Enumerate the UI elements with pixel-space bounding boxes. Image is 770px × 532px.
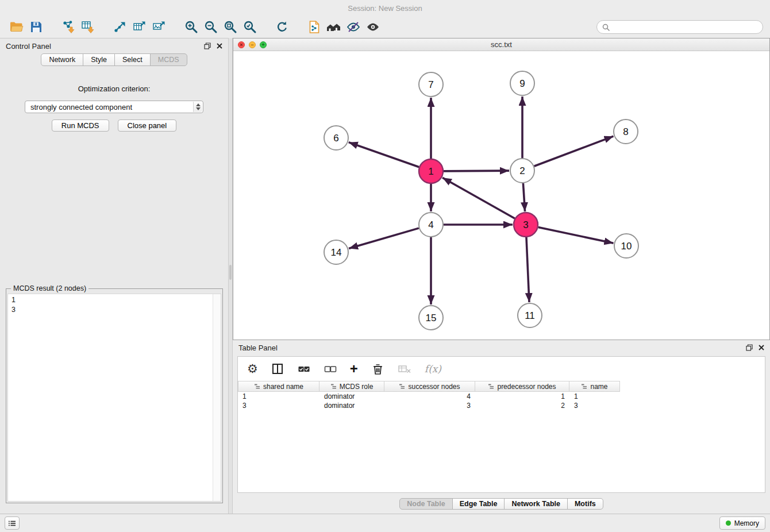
maximize-window-button[interactable]: +	[260, 41, 267, 48]
export-table-button[interactable]	[130, 18, 149, 36]
delete-table-icon	[397, 362, 412, 376]
zoom-fit-button[interactable]	[221, 18, 240, 36]
table-body: 1dominator4113dominator323	[238, 392, 765, 410]
import-network-icon	[61, 20, 76, 34]
tab-mcds[interactable]: MCDS	[150, 53, 187, 66]
float-table-panel-button[interactable]	[746, 344, 753, 351]
column-header-shared-name[interactable]: shared name	[238, 381, 319, 392]
table-row[interactable]: 3dominator323	[238, 401, 765, 410]
tab-node-table[interactable]: Node Table	[399, 498, 452, 510]
mcds-result-title: MCDS result (2 nodes)	[11, 284, 88, 292]
panel-splitter[interactable]	[228, 38, 233, 514]
float-window-icon	[746, 344, 753, 351]
search-field[interactable]	[596, 20, 763, 34]
edge-2-8[interactable]	[534, 136, 614, 166]
save-icon	[29, 20, 44, 34]
edge-2-3[interactable]	[523, 183, 525, 211]
list-icon	[9, 520, 16, 527]
select-all-rows-button[interactable]	[297, 362, 311, 376]
minimize-window-button[interactable]: −	[249, 41, 256, 48]
tab-network-table[interactable]: Network Table	[504, 498, 568, 510]
node-table-container: ⚙ + f(x) shared nameMCDS rolesuccessor n…	[237, 356, 765, 493]
edge-4-14[interactable]	[349, 228, 419, 248]
function-builder-button[interactable]: f(x)	[425, 363, 441, 375]
float-panel-button[interactable]	[204, 43, 211, 49]
optimization-criterion-dropdown[interactable]: strongly connected component	[25, 101, 203, 113]
network-window-titlebar[interactable]: × − + scc.txt	[233, 38, 769, 51]
network-canvas[interactable]: 7968124314101511	[233, 51, 769, 340]
tab-motifs[interactable]: Motifs	[567, 498, 603, 510]
edge-1-6[interactable]	[349, 142, 419, 167]
node-label-14: 14	[331, 247, 342, 258]
run-mcds-button[interactable]: Run MCDS	[52, 119, 109, 132]
column-tree-icon	[488, 383, 494, 390]
mcds-result-area[interactable]: 1 3	[7, 294, 221, 502]
tab-select[interactable]: Select	[114, 53, 151, 66]
edge-3-11[interactable]	[526, 237, 529, 302]
column-header-MCDS-role[interactable]: MCDS role	[319, 381, 384, 392]
show-hide-details-button[interactable]	[344, 18, 363, 36]
zoom-out-button[interactable]	[201, 18, 221, 36]
open-file-button[interactable]	[7, 18, 26, 36]
task-history-button[interactable]	[5, 516, 20, 530]
column-header-label: MCDS role	[340, 383, 374, 391]
close-icon	[759, 345, 764, 350]
network-overview-button[interactable]	[324, 18, 344, 36]
delete-table-button[interactable]	[397, 362, 412, 376]
close-window-button[interactable]: ×	[238, 41, 245, 48]
table-cell: 1	[475, 392, 569, 400]
main-toolbar	[0, 16, 770, 38]
fx-icon: f(x)	[425, 363, 441, 375]
eye-icon	[365, 20, 380, 34]
delete-column-button[interactable]	[371, 362, 384, 376]
table-cell: 2	[475, 402, 569, 410]
mcds-result-text: 1 3	[8, 294, 221, 316]
close-panel-button-2[interactable]: Close panel	[118, 119, 177, 132]
open-folder-icon	[9, 20, 24, 34]
column-header-predecessor-nodes[interactable]: predecessor nodes	[475, 381, 569, 392]
tab-style[interactable]: Style	[83, 53, 115, 66]
window-titlebar[interactable]: Session: New Session	[0, 0, 770, 16]
column-tree-icon	[330, 383, 337, 390]
trash-icon	[371, 362, 384, 376]
close-table-panel-button[interactable]	[759, 345, 764, 350]
export-network-button[interactable]	[110, 18, 130, 36]
control-panel-header: Control Panel	[0, 38, 228, 53]
edge-3-10[interactable]	[538, 228, 614, 244]
column-selector-button[interactable]	[271, 362, 284, 376]
export-table-icon	[132, 20, 147, 34]
column-header-label: successor nodes	[408, 383, 460, 391]
float-window-icon	[204, 43, 211, 49]
app-window: Session: New Session	[0, 0, 770, 532]
zoom-selected-button[interactable]	[240, 18, 260, 36]
memory-button[interactable]: Memory	[719, 516, 765, 530]
tab-network[interactable]: Network	[41, 53, 83, 66]
add-column-button[interactable]: +	[350, 362, 358, 376]
tab-edge-table[interactable]: Edge Table	[452, 498, 505, 510]
bird-eye-view-button[interactable]	[363, 18, 383, 36]
save-session-button[interactable]	[26, 18, 46, 36]
export-image-button[interactable]	[149, 18, 169, 36]
import-network-button[interactable]	[59, 18, 78, 36]
table-settings-button[interactable]: ⚙	[247, 363, 258, 375]
node-label-8: 8	[623, 126, 628, 137]
zoom-in-button[interactable]	[182, 18, 201, 36]
zoom-selected-icon	[242, 20, 257, 34]
node-label-3: 3	[523, 219, 528, 230]
column-header-successor-nodes[interactable]: successor nodes	[384, 381, 475, 392]
network-from-selection-button[interactable]	[305, 18, 324, 36]
apply-layout-button[interactable]	[272, 18, 292, 36]
edge-1-2[interactable]	[444, 171, 509, 171]
table-toolbar: ⚙ + f(x)	[238, 357, 765, 381]
import-table-button[interactable]	[78, 18, 98, 36]
edge-3-1[interactable]	[442, 178, 515, 218]
result-scrollbar[interactable]	[213, 294, 221, 501]
network-graph[interactable]: 7968124314101511	[233, 51, 769, 340]
deselect-all-rows-button[interactable]	[324, 362, 337, 376]
close-panel-button[interactable]	[217, 43, 222, 49]
control-panel-title: Control Panel	[6, 42, 51, 51]
column-header-name[interactable]: name	[569, 381, 620, 392]
node-label-1: 1	[428, 166, 433, 177]
table-row[interactable]: 1dominator411	[238, 392, 765, 401]
search-input[interactable]	[613, 22, 757, 32]
